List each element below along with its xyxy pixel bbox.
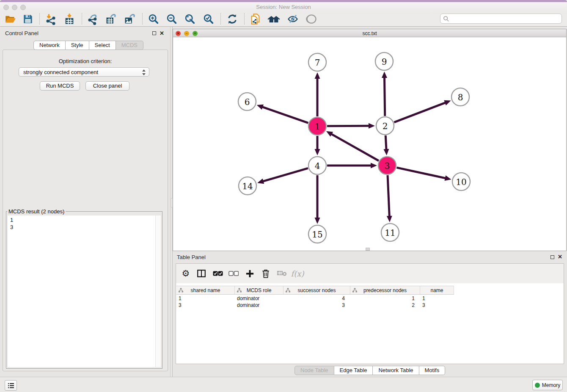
svg-text:11: 11 [385, 228, 395, 238]
close-panel-icon[interactable]: ✕ [160, 31, 164, 36]
graph-node-9[interactable]: 9 [375, 52, 393, 70]
deselect-all-icon[interactable] [227, 267, 240, 280]
network-canvas[interactable]: 7968124314101511 [173, 37, 566, 251]
table-cell: 1 [350, 295, 420, 302]
table-close-icon[interactable]: ✕ [558, 254, 562, 259]
graph-edge-3-10[interactable] [396, 168, 446, 178]
add-column-icon[interactable] [243, 267, 256, 280]
tab-motifs[interactable]: Motifs [419, 366, 446, 375]
window-title: Session: New Session [0, 4, 567, 10]
graph-edge-4-14[interactable] [262, 168, 308, 182]
mcds-result-area: 1 3 [8, 215, 161, 367]
tab-style[interactable]: Style [66, 41, 89, 50]
tab-edge-table[interactable]: Edge Table [334, 366, 373, 375]
graph-edge-2-9[interactable] [384, 77, 385, 116]
home-icon[interactable] [267, 13, 281, 25]
graph-arrowhead-1-4 [315, 149, 320, 155]
network-view-window: ✕ − + scc.txt 7968124314101511 [173, 29, 567, 251]
memory-button[interactable]: Memory [532, 380, 563, 390]
zoom-out-icon[interactable] [165, 13, 179, 25]
mcds-result-text: 1 3 [8, 215, 155, 367]
run-mcds-button[interactable]: Run MCDS [40, 81, 80, 91]
column-header-shared-name[interactable]: shared name [176, 286, 235, 294]
criterion-dropdown[interactable]: strongly connected component [19, 67, 149, 77]
table-toolbar: ⚙ f(x) [176, 264, 564, 283]
save-session-icon[interactable] [21, 13, 35, 25]
table-cell: 3 [420, 302, 454, 309]
svg-text:1: 1 [315, 121, 320, 132]
result-scrollbar[interactable] [155, 215, 161, 367]
graph-node-4[interactable]: 4 [308, 157, 326, 174]
network-resize-grip[interactable] [366, 248, 370, 251]
graph-edge-1-6[interactable] [261, 107, 308, 123]
table-row[interactable]: 3dominator323 [176, 302, 563, 309]
tab-network[interactable]: Network [33, 41, 66, 50]
import-table-icon[interactable] [63, 13, 76, 25]
table-row[interactable]: 1dominator411 [176, 295, 563, 302]
table-cell: 2 [350, 302, 420, 309]
import-network-icon[interactable] [44, 13, 58, 25]
refresh-icon[interactable] [226, 13, 239, 25]
graph-arrowhead-1-7 [315, 72, 320, 79]
column-header-MCDS-role[interactable]: MCDS role [235, 286, 284, 294]
delete-table-icon[interactable] [275, 267, 288, 280]
zoom-selected-icon[interactable] [202, 13, 215, 25]
zoom-in-icon[interactable] [147, 13, 160, 25]
graph-node-15[interactable]: 15 [308, 225, 326, 243]
graph-node-8[interactable]: 8 [451, 88, 469, 106]
mcds-result-group: MCDS result (2 nodes) 1 3 [6, 208, 162, 369]
memory-status-icon [535, 383, 540, 388]
search-field[interactable] [440, 14, 562, 24]
divider-grip[interactable] [171, 198, 173, 207]
graph-arrowhead-4-15 [315, 218, 320, 224]
column-header-successor-nodes[interactable]: successor nodes [284, 286, 350, 294]
graph-node-3[interactable]: 3 [378, 157, 396, 174]
open-session-icon[interactable] [3, 13, 17, 25]
table-cell: dominator [235, 302, 284, 309]
column-panel-icon[interactable] [195, 267, 208, 280]
svg-text:2: 2 [383, 121, 388, 131]
table-settings-icon[interactable]: ⚙ [179, 267, 192, 280]
duplicate-network-icon[interactable] [249, 13, 262, 25]
graph-node-6[interactable]: 6 [238, 93, 256, 110]
hierarchy-icon [179, 288, 183, 293]
table-body: 1dominator4113dominator323 [176, 295, 563, 309]
tab-select[interactable]: Select [89, 41, 116, 50]
graph-edge-2-8[interactable] [394, 102, 446, 122]
graph-edge-3-11[interactable] [388, 175, 389, 217]
search-input[interactable] [449, 15, 561, 22]
graph-node-14[interactable]: 14 [239, 177, 256, 195]
zoom-fit-icon[interactable] [183, 13, 197, 25]
export-table-icon[interactable] [104, 13, 118, 25]
graph-edge-1-2[interactable] [327, 126, 370, 126]
graph-node-7[interactable]: 7 [308, 53, 326, 71]
graph-node-2[interactable]: 2 [376, 117, 394, 135]
table-cell: 1 [420, 295, 454, 302]
status-bar: Memory [0, 377, 567, 392]
tab-mcds[interactable]: MCDS [116, 41, 143, 50]
column-header-predecessor-nodes[interactable]: predecessor nodes [350, 286, 420, 294]
graph-edge-2-3[interactable] [385, 135, 386, 150]
tab-network-table[interactable]: Network Table [373, 366, 419, 375]
column-header-name[interactable]: name [420, 286, 454, 294]
export-image-icon[interactable] [123, 13, 136, 25]
select-all-icon[interactable] [212, 267, 224, 280]
optimization-criterion-label: Optimization criterion: [0, 58, 171, 64]
graph-arrowhead-1-2 [369, 123, 375, 129]
show-all-icon[interactable] [305, 13, 318, 25]
toolbar-separator [39, 13, 40, 25]
delete-column-icon[interactable] [259, 267, 272, 280]
graph-node-11[interactable]: 11 [381, 224, 399, 241]
tab-node-table[interactable]: Node Table [295, 366, 334, 375]
table-cell: 4 [284, 295, 350, 302]
graph-edge-3-1[interactable] [330, 134, 379, 161]
function-builder-icon[interactable]: f(x) [291, 267, 304, 280]
graph-node-10[interactable]: 10 [452, 173, 470, 190]
export-network-icon[interactable] [86, 13, 99, 25]
hide-selected-icon[interactable] [286, 13, 300, 25]
task-history-button[interactable] [5, 380, 17, 391]
float-panel-icon[interactable] [152, 31, 156, 35]
table-float-icon[interactable] [550, 255, 554, 259]
graph-node-1[interactable]: 1 [308, 117, 326, 135]
close-panel-button[interactable]: Close panel [85, 81, 129, 91]
